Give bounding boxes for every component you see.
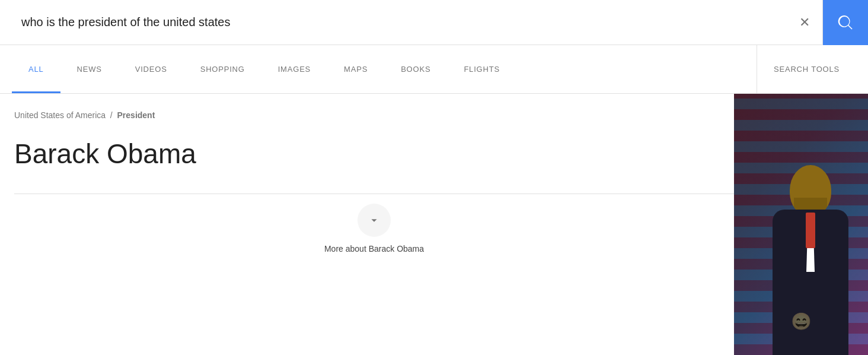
tab-shopping[interactable]: SHOPPING (184, 45, 261, 93)
clear-icon: ✕ (799, 15, 810, 30)
tab-books[interactable]: BOOKS (384, 45, 447, 93)
person-photo: 😄 (734, 94, 868, 355)
figure-suit (773, 210, 848, 355)
search-input[interactable] (12, 0, 787, 45)
smile-indicator: 😄 (734, 312, 868, 331)
clear-button[interactable]: ✕ (787, 0, 822, 45)
person-name: Barack Obama (14, 138, 734, 170)
search-button[interactable] (823, 0, 868, 45)
navigation-tabs: ALL NEWS VIDEOS SHOPPING IMAGES MAPS BOO… (0, 45, 868, 94)
chevron-down-icon (368, 214, 381, 227)
tab-flights[interactable]: FLIGHTS (447, 45, 516, 93)
figure-head (790, 165, 831, 215)
content-area: United States of America / President Bar… (0, 94, 868, 355)
search-icon (837, 14, 854, 31)
person-photo-panel: 😄 (734, 94, 868, 355)
expand-button[interactable] (358, 204, 391, 237)
breadcrumb: United States of America / President (14, 110, 734, 120)
search-tools-button[interactable]: SEARCH TOOLS (757, 45, 856, 93)
tab-news[interactable]: NEWS (60, 45, 119, 93)
tab-videos[interactable]: VIDEOS (119, 45, 184, 93)
tab-images[interactable]: IMAGES (261, 45, 327, 93)
expand-section: More about Barack Obama (14, 194, 734, 259)
tab-maps[interactable]: MAPS (327, 45, 384, 93)
main-result: United States of America / President Bar… (0, 94, 734, 355)
tab-all[interactable]: ALL (12, 45, 60, 93)
search-bar: ✕ (0, 0, 868, 45)
more-about-label: More about Barack Obama (324, 244, 424, 253)
